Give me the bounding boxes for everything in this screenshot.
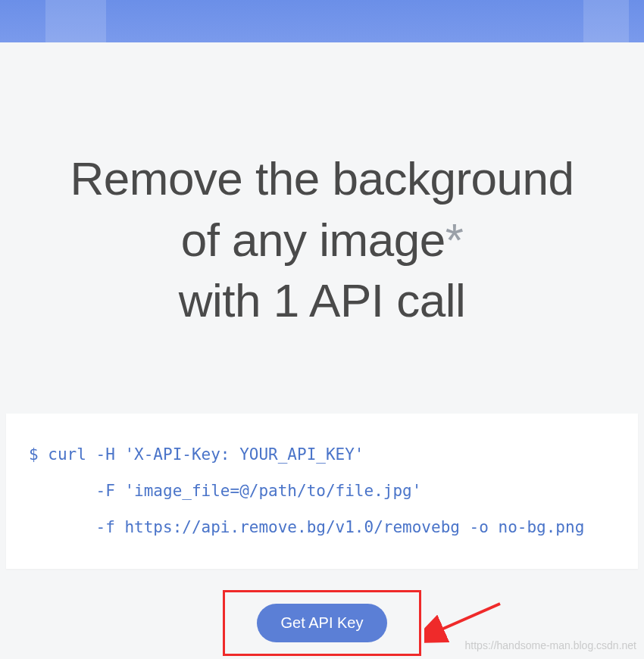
main-content: Remove the background of any image* with…: [0, 42, 644, 659]
hero-banner: [0, 0, 644, 42]
annotation-arrow-icon: [424, 598, 508, 643]
code-line-1: $ curl -H 'X-API-Key: YOUR_API_KEY': [29, 445, 364, 464]
headline-line-2: of any image: [181, 214, 445, 266]
code-line-3: -f https://api.remove.bg/v1.0/removebg -…: [29, 518, 584, 536]
get-api-key-button[interactable]: Get API Key: [257, 604, 388, 642]
headline-asterisk: *: [445, 214, 464, 266]
code-line-2: -F 'image_file=@/path/to/file.jpg': [29, 482, 421, 500]
headline-line-3: with 1 API call: [179, 274, 465, 326]
watermark: https://handsome-man.blog.csdn.net: [465, 639, 636, 651]
annotation-highlight-box: Get API Key: [223, 590, 422, 656]
code-example: $ curl -H 'X-API-Key: YOUR_API_KEY' -F '…: [6, 414, 638, 569]
svg-line-1: [438, 604, 500, 631]
page-headline: Remove the background of any image* with…: [0, 148, 644, 332]
headline-line-1: Remove the background: [70, 152, 574, 205]
